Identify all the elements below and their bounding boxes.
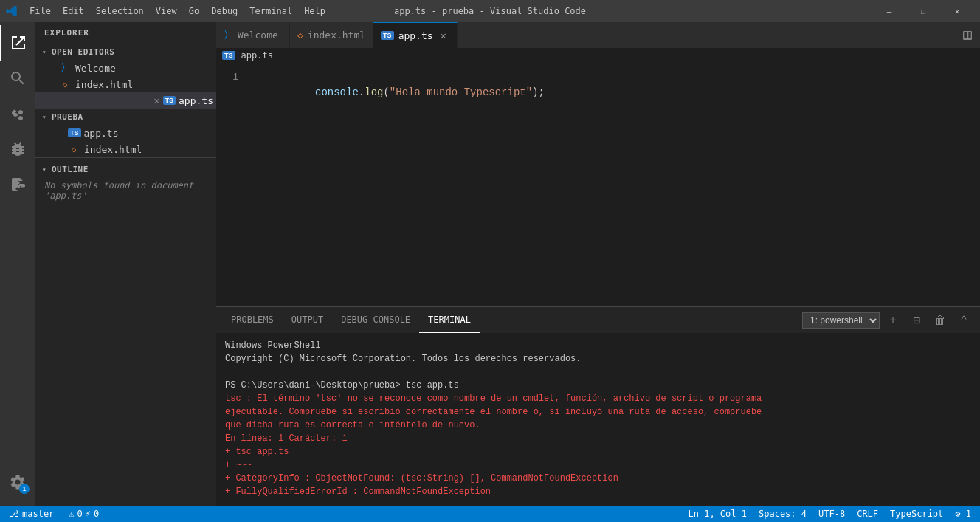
tab-appts[interactable]: TS app.ts ✕ <box>373 22 457 48</box>
activity-explorer-icon[interactable] <box>0 25 35 61</box>
terminal-content[interactable]: Windows PowerShell Copyright (C) Microso… <box>216 333 980 506</box>
tab-split-editor-icon[interactable] <box>954 22 980 48</box>
new-terminal-icon[interactable]: ＋ <box>883 310 903 331</box>
errors-count: 0 <box>77 509 83 519</box>
kill-terminal-icon[interactable]: 🗑 <box>930 310 950 331</box>
welcome-label: Welcome <box>75 63 116 74</box>
open-editor-appts[interactable]: ✕ TS app.ts <box>35 92 216 109</box>
prueba-appts-label: app.ts <box>84 128 119 139</box>
warnings-count: 0 <box>94 509 99 519</box>
activity-extensions-icon[interactable] <box>0 167 35 202</box>
breadcrumb: TS app.ts <box>216 48 980 63</box>
errors-icon: ⚠ <box>69 509 74 519</box>
indexhtml-label: index.html <box>75 79 133 90</box>
open-editors-chevron: ▾ <box>38 46 50 58</box>
activity-source-control-icon[interactable] <box>0 96 35 131</box>
outline-content: No symbols found in document 'app.ts' <box>35 177 216 204</box>
welcome-vsc-icon: 〉 <box>59 62 71 74</box>
status-encoding[interactable]: UTF-8 <box>815 509 848 519</box>
menu-file[interactable]: File <box>24 3 57 19</box>
prueba-appts-ts-badge: TS <box>68 128 81 137</box>
indexhtml-icon: ◇ <box>59 78 71 90</box>
status-line-ending[interactable]: CRLF <box>854 509 881 519</box>
prueba-indexhtml[interactable]: ◇ index.html <box>35 141 216 157</box>
term-cmd-line: PS C:\Users\dani-\Desktop\prueba> tsc ap… <box>225 379 971 392</box>
status-spaces[interactable]: Spaces: 4 <box>756 509 810 519</box>
prueba-indexhtml-label: index.html <box>84 144 142 155</box>
activity-search-icon[interactable] <box>0 61 35 96</box>
outline-section: ▾ Outline No symbols found in document '… <box>35 157 216 207</box>
status-right: Ln 1, Col 1 Spaces: 4 UTF-8 CRLF TypeScr… <box>686 509 974 519</box>
status-language[interactable]: TypeScript <box>887 509 946 519</box>
warnings-icon: ⚡ <box>86 509 91 519</box>
appts-ts-badge: TS <box>163 96 176 105</box>
tab-appts-close[interactable]: ✕ <box>438 30 449 41</box>
menu-help[interactable]: Help <box>298 3 331 19</box>
status-branch[interactable]: ⎇ master <box>6 509 57 519</box>
split-terminal-icon[interactable]: ⊟ <box>906 310 927 331</box>
tab-terminal[interactable]: TERMINAL <box>419 307 480 333</box>
tab-indexhtml-label: index.html <box>308 30 365 41</box>
tab-indexhtml[interactable]: ◇ index.html <box>290 22 373 48</box>
outline-label: Outline <box>52 165 89 174</box>
line-ending-label: CRLF <box>857 509 878 519</box>
activity-debug-icon[interactable] <box>0 131 35 167</box>
tab-output[interactable]: OUTPUT <box>283 307 332 333</box>
status-errors[interactable]: ⚠ 0 ⚡ 0 <box>66 509 102 519</box>
tab-appts-label: app.ts <box>398 30 433 41</box>
terminal-selector[interactable]: 1: powershell <box>802 312 880 329</box>
sidebar: Explorer ▾ Open Editors 〉 Welcome ◇ inde… <box>35 22 216 506</box>
menu-go[interactable]: Go <box>183 3 205 19</box>
status-notifications[interactable]: ⚙ 1 <box>952 509 974 519</box>
open-editor-welcome[interactable]: 〉 Welcome <box>35 60 216 76</box>
activity-bottom <box>0 464 35 506</box>
term-error-detail1: + CategoryInfo : ObjectNotFound: (tsc:St… <box>225 472 971 485</box>
tab-welcome-label: Welcome <box>238 30 278 41</box>
language-label: TypeScript <box>890 509 943 519</box>
titlebar: File Edit Selection View Go Debug Termin… <box>0 0 980 22</box>
menu-selection[interactable]: Selection <box>90 3 150 19</box>
term-error-1: tsc : El término 'tsc' no se reconoce co… <box>225 392 971 405</box>
outline-chevron: ▾ <box>38 163 50 175</box>
minimize-button[interactable]: – <box>872 0 906 22</box>
menu-edit[interactable]: Edit <box>57 3 90 19</box>
term-line-2: Copyright (C) Microsoft Corporation. Tod… <box>225 352 971 365</box>
term-error-3: que dicha ruta es correcta e inténtelo d… <box>225 419 971 432</box>
menu-terminal[interactable]: Terminal <box>244 3 298 19</box>
open-editors-header[interactable]: ▾ Open Editors <box>35 44 216 60</box>
maximize-panel-icon[interactable]: ⌃ <box>953 310 974 331</box>
tab-problems[interactable]: PROBLEMS <box>222 307 283 333</box>
open-editor-indexhtml[interactable]: ◇ index.html <box>35 76 216 92</box>
close-appts-icon[interactable]: ✕ <box>151 95 163 106</box>
window-title: app.ts - prueba - Visual Studio Code <box>394 6 586 16</box>
tab-appts-ts-badge: TS <box>381 31 394 40</box>
maximize-button[interactable]: ❐ <box>906 0 940 22</box>
activity-settings-icon[interactable] <box>0 464 35 500</box>
prueba-appts[interactable]: TS app.ts <box>35 125 216 141</box>
window-controls: – ❐ ✕ <box>872 0 974 22</box>
menu-debug[interactable]: Debug <box>205 3 244 19</box>
encoding-label: UTF-8 <box>818 509 845 519</box>
branch-label: master <box>22 509 54 519</box>
statusbar: ⎇ master ⚠ 0 ⚡ 0 Ln 1, Col 1 Spaces: 4 U… <box>0 506 980 522</box>
breadcrumb-ts-badge: TS <box>222 51 235 60</box>
status-position[interactable]: Ln 1, Col 1 <box>686 509 750 519</box>
tab-welcome-vsc-icon: 〉 <box>224 29 233 42</box>
code-editor[interactable]: 1 console.log("Hola mundo Typescript"); <box>216 63 980 306</box>
code-console: console <box>315 86 359 98</box>
prueba-label: Prueba <box>52 112 83 122</box>
outline-header[interactable]: ▾ Outline <box>35 161 216 177</box>
breadcrumb-filename: app.ts <box>241 50 273 61</box>
menu-view[interactable]: View <box>150 3 183 19</box>
open-editors-label: Open Editors <box>52 47 114 57</box>
prueba-header[interactable]: ▾ Prueba <box>35 109 216 125</box>
titlebar-left: File Edit Selection View Go Debug Termin… <box>6 3 331 19</box>
code-string: "Hola mundo Typescript" <box>390 86 532 98</box>
vscode-logo-icon <box>6 5 18 17</box>
tab-welcome[interactable]: 〉 Welcome <box>216 22 290 48</box>
term-error-6: + ~~~ <box>225 459 971 472</box>
appts-label: app.ts <box>179 95 213 106</box>
tab-debug-console[interactable]: DEBUG CONSOLE <box>332 307 419 333</box>
close-button[interactable]: ✕ <box>940 0 974 22</box>
term-blank-1 <box>225 365 971 379</box>
